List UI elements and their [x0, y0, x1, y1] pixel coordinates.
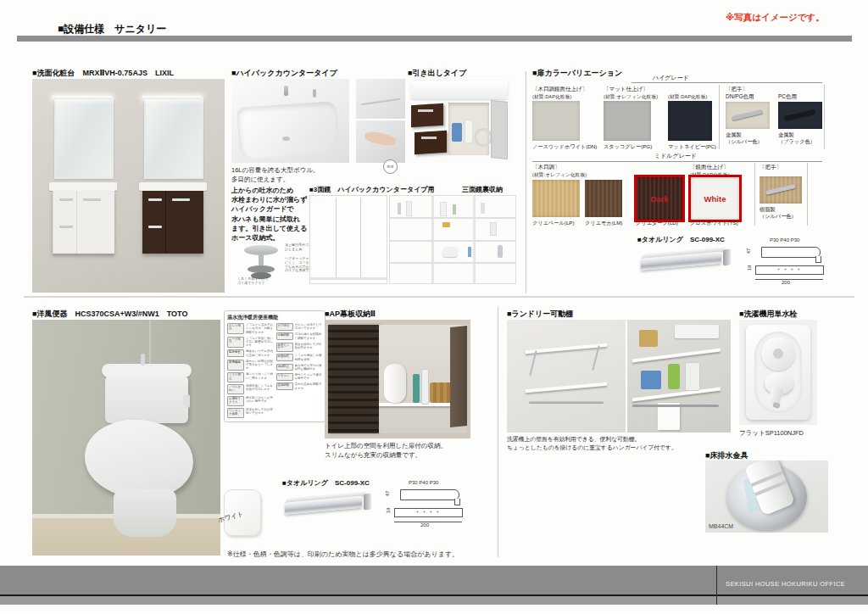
bottle-white	[421, 369, 429, 405]
feature-text: 寒冷地でも安心の凍結防止機能付き。	[295, 364, 323, 371]
hg-handle1-desc2: （シルバー色）	[726, 138, 763, 146]
high-grade-label: ハイグレード	[653, 74, 689, 82]
feature-badge: 節電機能	[227, 360, 244, 371]
faucet-spout	[284, 86, 288, 96]
handle-swatch-resin	[760, 176, 802, 204]
shelf-board	[379, 403, 457, 406]
swatch-name-pg: スタッコグレー(PG)	[604, 143, 652, 151]
mg-handle-label: 〔把手〕	[760, 164, 782, 171]
swatch-name-lm: クリエモカ(LM)	[585, 220, 622, 227]
bottom-section-divider	[498, 307, 498, 557]
feature-badge: 暖房便座	[227, 349, 244, 357]
hg-mat-1: (材質:DAP化粧板)	[532, 93, 571, 101]
towel-ring-photo	[641, 243, 734, 282]
colors-title: ■扉カラーバリエーション	[532, 68, 622, 79]
towel-ring-diagram: P30 P40 P30 + + + + 47 19 200	[744, 237, 829, 287]
photo-disclaimer-note: ※写真はイメージです。	[726, 12, 825, 24]
feature-text: 本体を外して拭き掃除ができます。	[246, 408, 274, 417]
feature-badge: 抗菌樹脂	[276, 354, 293, 361]
dim-19: 19	[386, 508, 391, 514]
feature-text: 壁付リモコンで操作も簡単です。	[295, 373, 323, 381]
louver-panel	[328, 325, 379, 433]
footer-divider	[716, 566, 717, 605]
washlet-feature-row: 暖房便座 便座をいつでも快適な温度に保ちます。	[227, 349, 274, 357]
feature-text: 便ふたがゆっくり静かに閉まります。	[246, 372, 274, 382]
mirror-back-storage-photo	[389, 195, 516, 284]
handle-swatch-silver	[726, 102, 770, 129]
header-rule	[17, 36, 852, 42]
washlet-feature-row: おしり洗浄 ノズルから温水でおしりを洗浄。水勢は調節できます。	[227, 323, 274, 334]
washlet-feature-row: 凍結防止 寒冷地でも安心の凍結防止機能付き。	[276, 364, 323, 371]
moisture-proof-badge: 防湿	[383, 159, 398, 174]
softener-bottle	[685, 362, 700, 391]
feature-text: ノズルや便座に抗菌樹脂を採用。	[295, 354, 323, 361]
feature-badge: ソフト閉止	[227, 372, 244, 382]
towel-ring-title: ■タオルリング SC-099-XC	[637, 235, 725, 244]
vanity-lamp-dark	[142, 96, 202, 99]
top-section-divider	[526, 71, 526, 293]
mg-handle-desc2: （シルバー色）	[760, 213, 797, 220]
highback-title: ■ハイバックカウンタータイプ	[231, 68, 337, 79]
feature-badge: おしり洗浄	[227, 323, 244, 334]
basket	[639, 330, 658, 347]
dim-200: 200	[420, 522, 429, 527]
washlet-feature-row: お掃除ラクラク 継ぎ目が少なくお手入れが簡単です。	[227, 396, 274, 405]
laundry-caption: 洗濯機上の壁面を有効利用できる、便利な可動棚。 ちょっとしたものを掛けるのに重宝…	[507, 435, 736, 452]
bottle-teal	[413, 374, 420, 403]
swatch-name-lp: クリエペール(LP)	[532, 220, 575, 227]
washlet-feature-row: 温度調節 温水の温度を調節できます。	[276, 382, 323, 390]
drain-photo: MB44CM	[705, 460, 828, 533]
ap-storage-photo	[325, 320, 470, 438]
creadark-overlay: Dark	[637, 177, 682, 220]
washlet-table-header: 温水洗浄暖房便座機能	[227, 314, 322, 321]
swatch-name-ys: グロスホワイト(YS)	[690, 220, 738, 227]
bottle	[398, 203, 401, 215]
swatch-northwood-white	[532, 101, 580, 141]
dim-47: 47	[746, 248, 751, 254]
vanity-mirror-white	[54, 98, 114, 179]
detergent-bottle	[668, 364, 680, 389]
laundry-title: ■ランドリー可動棚	[507, 309, 573, 320]
washlet-feature-row: ビデ洗浄 やさしい水流でビデ洗浄ができます。	[276, 323, 323, 331]
feature-text: 便座をいつでも快適な温度に保ちます。	[246, 349, 274, 357]
feature-text: 洗浄の強さを段階的に調節できます。	[295, 332, 323, 340]
toilet-title: ■洋風便器 HCS370CSA+W3/#NW1 TOTO	[32, 309, 187, 320]
washlet-feature-row: 水勢調節 洗浄の強さを段階的に調節できます。	[276, 332, 323, 340]
feature-text: 使わない時間は自動で電力をセーブします。	[246, 360, 274, 371]
swatch-name-pc: マットネイビー(PC)	[668, 143, 716, 151]
mg-mat-1: (材質:オレフィン化粧板)	[532, 171, 587, 179]
feature-badge: お掃除ラクラク	[227, 396, 244, 405]
feature-badge: ビデ洗浄	[276, 323, 293, 331]
paper-roll	[384, 364, 406, 403]
hg-handle2-desc2: （ブラック色）	[778, 138, 815, 146]
feature-badge: ノズルきれい	[227, 384, 244, 394]
swatch-creamocha	[585, 180, 622, 217]
highback-bowl-photo	[231, 79, 349, 163]
washlet-left-column: おしり洗浄 ノズルから温水でおしりを洗浄。水勢は調節できます。 ムーブ洗浄 ノズ…	[227, 323, 274, 420]
drain-dot	[282, 137, 290, 141]
feature-badge: リモコン	[276, 373, 293, 381]
ap-storage-title: ■AP幕板収納Ⅱ	[325, 309, 376, 320]
hg-handle-label: 〔把手〕	[726, 86, 748, 93]
hg-mat-2: (材質:オレフィン化粧板)	[604, 93, 658, 101]
high-grade-rule	[632, 82, 822, 83]
hair-dryer	[442, 247, 458, 257]
feature-badge: 着座センサー	[276, 343, 293, 352]
dim-ticks: + + + +	[755, 265, 824, 275]
flush-lever	[183, 394, 190, 408]
handle-swatch-black	[778, 102, 822, 129]
mg-finish-1: 〔木目調〕	[532, 164, 560, 171]
washlet-feature-row: ワンタッチ着脱 本体を外して拭き掃除ができます。	[227, 408, 274, 417]
swatch-glosswhite-highlight: White	[688, 175, 742, 222]
washlet-feature-row: 着座センサー 着座を検知して誤作動を防ぎます。	[276, 343, 323, 352]
washlet-feature-row: ノズルきれい 使用前後にノズルを自動で洗浄します。	[227, 384, 274, 394]
faucet-title: ■洗濯機用単水栓	[739, 309, 797, 320]
washlet-feature-row: 節電機能 使わない時間は自動で電力をセーブします。	[227, 360, 274, 371]
hg-mat-3: (材質:DAP化粧板)	[668, 93, 707, 101]
swatch-name-dn: ノースウッドホワイト(DN)	[532, 143, 597, 151]
mid-grade-label: ミドルグレード	[654, 152, 697, 160]
mirror-photo	[309, 195, 387, 284]
bowl-caption: 16Lの容量を誇る大型ボウル。 多目的に使えます。	[231, 166, 350, 184]
hg-handle1-for: DN/PG色用	[726, 93, 754, 101]
dim-19: 19	[747, 265, 752, 271]
